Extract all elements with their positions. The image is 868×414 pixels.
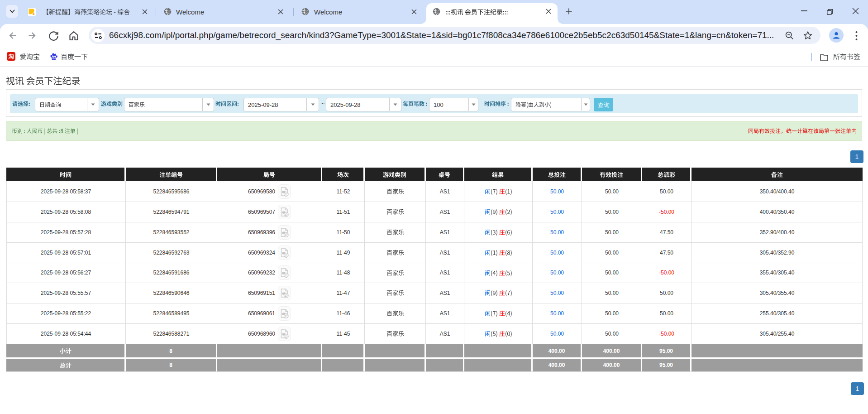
svg-text:du: du [52,57,56,60]
